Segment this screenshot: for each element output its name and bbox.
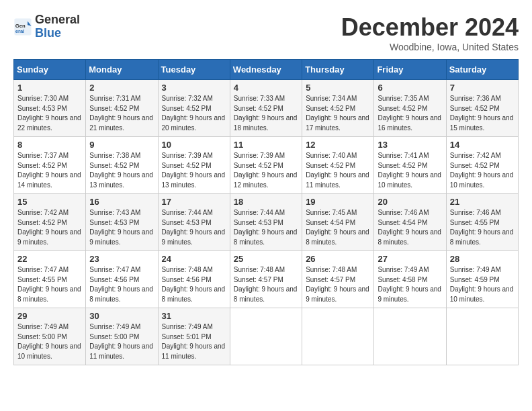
cell-content: Sunrise: 7:47 AMSunset: 4:56 PMDaylight:… <box>89 265 154 304</box>
calendar-cell: 6Sunrise: 7:35 AMSunset: 4:52 PMDaylight… <box>374 80 446 137</box>
cell-content: Sunrise: 7:44 AMSunset: 4:53 PMDaylight:… <box>234 208 298 247</box>
month-title: December 2024 <box>341 13 519 42</box>
calendar-cell <box>302 308 374 365</box>
calendar-cell: 11Sunrise: 7:39 AMSunset: 4:52 PMDayligh… <box>230 137 302 194</box>
calendar-week-4: 22Sunrise: 7:47 AMSunset: 4:55 PMDayligh… <box>14 251 519 308</box>
cell-content: Sunrise: 7:40 AMSunset: 4:52 PMDaylight:… <box>306 151 370 190</box>
calendar-cell: 7Sunrise: 7:36 AMSunset: 4:52 PMDaylight… <box>446 80 518 137</box>
calendar-week-5: 29Sunrise: 7:49 AMSunset: 5:00 PMDayligh… <box>14 308 519 365</box>
calendar-table: SundayMondayTuesdayWednesdayThursdayFrid… <box>13 59 519 365</box>
logo-blue-text: Blue <box>35 26 61 40</box>
cell-content: Sunrise: 7:47 AMSunset: 4:55 PMDaylight:… <box>17 265 82 304</box>
day-number: 11 <box>234 140 298 150</box>
day-number: 30 <box>89 311 154 321</box>
weekday-header-tuesday: Tuesday <box>158 60 230 80</box>
calendar-cell: 15Sunrise: 7:42 AMSunset: 4:52 PMDayligh… <box>14 194 86 251</box>
cell-content: Sunrise: 7:45 AMSunset: 4:54 PMDaylight:… <box>306 208 370 247</box>
weekday-row: SundayMondayTuesdayWednesdayThursdayFrid… <box>14 60 519 80</box>
calendar-cell: 16Sunrise: 7:43 AMSunset: 4:53 PMDayligh… <box>86 194 158 251</box>
day-number: 21 <box>450 197 515 207</box>
calendar-week-3: 15Sunrise: 7:42 AMSunset: 4:52 PMDayligh… <box>14 194 519 251</box>
calendar-cell: 9Sunrise: 7:38 AMSunset: 4:52 PMDaylight… <box>86 137 158 194</box>
cell-content: Sunrise: 7:37 AMSunset: 4:52 PMDaylight:… <box>17 151 82 190</box>
calendar-cell: 28Sunrise: 7:49 AMSunset: 4:59 PMDayligh… <box>446 251 518 308</box>
day-number: 1 <box>17 83 82 93</box>
cell-content: Sunrise: 7:33 AMSunset: 4:52 PMDaylight:… <box>234 94 298 133</box>
calendar-cell: 17Sunrise: 7:44 AMSunset: 4:53 PMDayligh… <box>158 194 230 251</box>
cell-content: Sunrise: 7:49 AMSunset: 5:00 PMDaylight:… <box>89 322 154 361</box>
day-number: 6 <box>378 83 442 93</box>
calendar-cell: 25Sunrise: 7:48 AMSunset: 4:57 PMDayligh… <box>230 251 302 308</box>
calendar-cell: 14Sunrise: 7:42 AMSunset: 4:52 PMDayligh… <box>446 137 518 194</box>
calendar-cell <box>374 308 446 365</box>
day-number: 27 <box>378 254 442 264</box>
day-number: 12 <box>306 140 370 150</box>
calendar-cell: 18Sunrise: 7:44 AMSunset: 4:53 PMDayligh… <box>230 194 302 251</box>
day-number: 14 <box>450 140 515 150</box>
day-number: 8 <box>17 140 82 150</box>
day-number: 9 <box>89 140 154 150</box>
weekday-header-friday: Friday <box>374 60 446 80</box>
cell-content: Sunrise: 7:34 AMSunset: 4:52 PMDaylight:… <box>306 94 370 133</box>
day-number: 2 <box>89 83 154 93</box>
calendar-cell: 29Sunrise: 7:49 AMSunset: 5:00 PMDayligh… <box>14 308 86 365</box>
calendar-week-1: 1Sunrise: 7:30 AMSunset: 4:53 PMDaylight… <box>14 80 519 137</box>
calendar-cell: 24Sunrise: 7:48 AMSunset: 4:56 PMDayligh… <box>158 251 230 308</box>
cell-content: Sunrise: 7:49 AMSunset: 4:59 PMDaylight:… <box>450 265 515 304</box>
cell-content: Sunrise: 7:42 AMSunset: 4:52 PMDaylight:… <box>450 151 515 190</box>
cell-content: Sunrise: 7:49 AMSunset: 5:00 PMDaylight:… <box>17 322 82 361</box>
logo-general-text: General <box>35 13 80 26</box>
cell-content: Sunrise: 7:32 AMSunset: 4:52 PMDaylight:… <box>162 94 226 133</box>
calendar-cell: 5Sunrise: 7:34 AMSunset: 4:52 PMDaylight… <box>302 80 374 137</box>
calendar-cell: 1Sunrise: 7:30 AMSunset: 4:53 PMDaylight… <box>14 80 86 137</box>
cell-content: Sunrise: 7:48 AMSunset: 4:56 PMDaylight:… <box>162 265 226 304</box>
cell-content: Sunrise: 7:31 AMSunset: 4:52 PMDaylight:… <box>89 94 154 133</box>
title-block: December 2024 Woodbine, Iowa, United Sta… <box>341 13 519 52</box>
cell-content: Sunrise: 7:49 AMSunset: 5:01 PMDaylight:… <box>162 322 226 361</box>
day-number: 16 <box>89 197 154 207</box>
calendar-week-2: 8Sunrise: 7:37 AMSunset: 4:52 PMDaylight… <box>14 137 519 194</box>
calendar-header: SundayMondayTuesdayWednesdayThursdayFrid… <box>14 60 519 80</box>
day-number: 13 <box>378 140 442 150</box>
day-number: 10 <box>162 140 226 150</box>
calendar-cell: 4Sunrise: 7:33 AMSunset: 4:52 PMDaylight… <box>230 80 302 137</box>
logo-icon: Gen eral <box>13 17 32 36</box>
day-number: 31 <box>162 311 226 321</box>
calendar-cell: 30Sunrise: 7:49 AMSunset: 5:00 PMDayligh… <box>86 308 158 365</box>
calendar-cell: 10Sunrise: 7:39 AMSunset: 4:52 PMDayligh… <box>158 137 230 194</box>
day-number: 19 <box>306 197 370 207</box>
calendar-cell <box>446 308 518 365</box>
day-number: 3 <box>162 83 226 93</box>
day-number: 28 <box>450 254 515 264</box>
svg-text:eral: eral <box>15 28 25 34</box>
cell-content: Sunrise: 7:48 AMSunset: 4:57 PMDaylight:… <box>306 265 370 304</box>
day-number: 20 <box>378 197 442 207</box>
page-header: Gen eral General Blue December 2024 Wood… <box>13 13 519 52</box>
weekday-header-saturday: Saturday <box>446 60 518 80</box>
calendar-cell: 3Sunrise: 7:32 AMSunset: 4:52 PMDaylight… <box>158 80 230 137</box>
calendar-cell: 31Sunrise: 7:49 AMSunset: 5:01 PMDayligh… <box>158 308 230 365</box>
calendar-cell <box>230 308 302 365</box>
location: Woodbine, Iowa, United States <box>341 42 519 52</box>
cell-content: Sunrise: 7:30 AMSunset: 4:53 PMDaylight:… <box>17 94 82 133</box>
day-number: 7 <box>450 83 515 93</box>
calendar-cell: 13Sunrise: 7:41 AMSunset: 4:52 PMDayligh… <box>374 137 446 194</box>
day-number: 5 <box>306 83 370 93</box>
calendar-body: 1Sunrise: 7:30 AMSunset: 4:53 PMDaylight… <box>14 80 519 365</box>
calendar-cell: 26Sunrise: 7:48 AMSunset: 4:57 PMDayligh… <box>302 251 374 308</box>
cell-content: Sunrise: 7:38 AMSunset: 4:52 PMDaylight:… <box>89 151 154 190</box>
day-number: 15 <box>17 197 82 207</box>
day-number: 24 <box>162 254 226 264</box>
cell-content: Sunrise: 7:46 AMSunset: 4:54 PMDaylight:… <box>378 208 442 247</box>
calendar-cell: 2Sunrise: 7:31 AMSunset: 4:52 PMDaylight… <box>86 80 158 137</box>
calendar-cell: 22Sunrise: 7:47 AMSunset: 4:55 PMDayligh… <box>14 251 86 308</box>
cell-content: Sunrise: 7:35 AMSunset: 4:52 PMDaylight:… <box>378 94 442 133</box>
cell-content: Sunrise: 7:36 AMSunset: 4:52 PMDaylight:… <box>450 94 515 133</box>
calendar-cell: 23Sunrise: 7:47 AMSunset: 4:56 PMDayligh… <box>86 251 158 308</box>
weekday-header-wednesday: Wednesday <box>230 60 302 80</box>
cell-content: Sunrise: 7:44 AMSunset: 4:53 PMDaylight:… <box>162 208 226 247</box>
calendar-cell: 8Sunrise: 7:37 AMSunset: 4:52 PMDaylight… <box>14 137 86 194</box>
logo: Gen eral General Blue <box>13 13 80 40</box>
weekday-header-monday: Monday <box>86 60 158 80</box>
day-number: 17 <box>162 197 226 207</box>
